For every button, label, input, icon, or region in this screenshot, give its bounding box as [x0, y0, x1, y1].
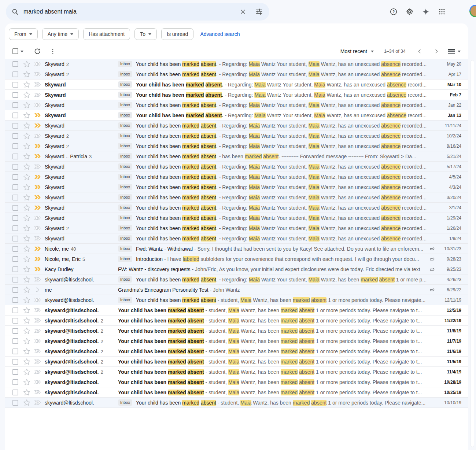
- email-row[interactable]: Skyward Inbox Your child has been marked…: [5, 100, 468, 110]
- email-row[interactable]: Skyward Inbox Your child has been marked…: [5, 213, 468, 223]
- email-row[interactable]: Skyward Inbox Your child has been marked…: [5, 80, 468, 90]
- importance-marker-icon[interactable]: [34, 328, 41, 333]
- star-icon[interactable]: [23, 399, 30, 406]
- gemini-icon[interactable]: [418, 4, 433, 19]
- star-icon[interactable]: [23, 266, 30, 273]
- filter-chip-anytime[interactable]: Any time: [42, 28, 79, 40]
- row-checkbox[interactable]: [12, 359, 18, 365]
- importance-marker-icon[interactable]: [34, 287, 41, 292]
- row-checkbox[interactable]: [12, 154, 18, 159]
- email-row[interactable]: Skyward Inbox Your child has been marked…: [5, 121, 468, 131]
- importance-marker-icon[interactable]: [34, 195, 41, 200]
- importance-marker-icon[interactable]: [34, 154, 41, 159]
- star-icon[interactable]: [23, 255, 30, 263]
- split-pane-toggle[interactable]: [447, 48, 462, 54]
- importance-marker-icon[interactable]: [34, 103, 41, 107]
- importance-marker-icon[interactable]: [34, 205, 41, 210]
- email-row[interactable]: skyward@ltisdschool.2 Your child has bee…: [5, 326, 468, 336]
- star-icon[interactable]: [23, 358, 30, 365]
- star-icon[interactable]: [23, 245, 30, 252]
- star-icon[interactable]: [23, 368, 30, 376]
- apps-icon[interactable]: [435, 4, 449, 19]
- row-checkbox[interactable]: [12, 195, 18, 200]
- tune-icon[interactable]: [253, 6, 265, 18]
- star-icon[interactable]: [23, 307, 30, 314]
- email-row[interactable]: skyward@ltisdschool. Your child has been…: [5, 377, 468, 387]
- email-row[interactable]: Skyward Inbox Your child has been marked…: [5, 182, 468, 192]
- email-row[interactable]: skyward@ltisdschool. Your child has been…: [5, 305, 468, 316]
- row-checkbox[interactable]: [12, 246, 18, 252]
- star-icon[interactable]: [23, 286, 30, 294]
- email-row[interactable]: Skyward Inbox Your child has been marked…: [5, 203, 468, 213]
- importance-marker-icon[interactable]: [34, 298, 41, 302]
- row-checkbox[interactable]: [12, 266, 18, 272]
- row-checkbox[interactable]: [12, 318, 18, 324]
- star-icon[interactable]: [23, 276, 30, 283]
- filter-chip-is-unread[interactable]: Is unread: [161, 28, 193, 40]
- more-options-icon[interactable]: [46, 45, 59, 58]
- star-icon[interactable]: [23, 173, 30, 181]
- star-icon[interactable]: [23, 235, 30, 242]
- search-bar[interactable]: [6, 3, 269, 21]
- star-icon[interactable]: [23, 102, 30, 109]
- importance-marker-icon[interactable]: [34, 359, 41, 364]
- importance-marker-icon[interactable]: [34, 215, 41, 220]
- email-row[interactable]: Nicole, me40 Inbox Fwd: Wantz - Withdraw…: [5, 244, 468, 254]
- row-checkbox[interactable]: [12, 102, 18, 108]
- email-row[interactable]: Skyward2 Inbox Your child has been marke…: [5, 223, 468, 233]
- row-checkbox[interactable]: [12, 390, 18, 395]
- row-checkbox[interactable]: [12, 225, 18, 231]
- importance-marker-icon[interactable]: [34, 318, 41, 323]
- filter-chip-from[interactable]: From: [9, 28, 38, 40]
- email-row[interactable]: skyward@ltisdschool. Inbox Your child ha…: [5, 398, 468, 408]
- importance-marker-icon[interactable]: [34, 123, 41, 128]
- importance-marker-icon[interactable]: [34, 339, 41, 343]
- star-icon[interactable]: [23, 122, 30, 129]
- row-checkbox[interactable]: [12, 174, 18, 180]
- star-icon[interactable]: [23, 348, 30, 355]
- importance-marker-icon[interactable]: [34, 164, 41, 169]
- importance-marker-icon[interactable]: [34, 72, 41, 77]
- email-row[interactable]: Skyward2 Inbox Your child has been marke…: [5, 131, 468, 141]
- importance-marker-icon[interactable]: [34, 349, 41, 354]
- star-icon[interactable]: [23, 184, 30, 191]
- row-checkbox[interactable]: [12, 61, 18, 67]
- importance-marker-icon[interactable]: [34, 113, 41, 118]
- search-icon[interactable]: [11, 8, 19, 15]
- email-row[interactable]: Nicole, me, Eric5 Inbox Introduction - I…: [5, 254, 468, 264]
- row-checkbox[interactable]: [12, 215, 18, 221]
- email-row[interactable]: Skyward2 Inbox Your child has been marke…: [5, 141, 468, 151]
- email-row[interactable]: Skyward Inbox Your child has been marked…: [5, 233, 468, 244]
- row-checkbox[interactable]: [12, 205, 18, 211]
- row-checkbox[interactable]: [12, 338, 18, 344]
- filter-chip-to[interactable]: To: [134, 28, 157, 40]
- importance-marker-icon[interactable]: [34, 369, 41, 374]
- row-checkbox[interactable]: [12, 400, 18, 406]
- importance-marker-icon[interactable]: [34, 400, 41, 405]
- row-checkbox[interactable]: [12, 164, 18, 170]
- select-all-checkbox[interactable]: [12, 48, 18, 54]
- importance-marker-icon[interactable]: [34, 62, 41, 66]
- email-row[interactable]: Skyward Inbox Your child has been marked…: [5, 162, 468, 172]
- scrollbar-track[interactable]: [468, 23, 476, 450]
- star-icon[interactable]: [23, 204, 30, 211]
- star-icon[interactable]: [23, 214, 30, 222]
- row-checkbox[interactable]: [12, 307, 18, 313]
- email-row[interactable]: skyward@ltisdschool. Your child has been…: [5, 387, 468, 398]
- email-row[interactable]: skyward@ltisdschool. Inbox Your child ha…: [5, 274, 468, 285]
- star-icon[interactable]: [23, 317, 30, 324]
- email-row[interactable]: Skyward Inbox Your child has been marked…: [5, 192, 468, 203]
- importance-marker-icon[interactable]: [34, 390, 41, 395]
- importance-marker-icon[interactable]: [34, 92, 41, 97]
- importance-marker-icon[interactable]: [34, 133, 41, 138]
- advanced-search-link[interactable]: Advanced search: [200, 31, 240, 37]
- star-icon[interactable]: [23, 327, 30, 335]
- importance-marker-icon[interactable]: [34, 308, 41, 313]
- email-row[interactable]: skyward@ltisdschool.2 Your child has bee…: [5, 346, 468, 357]
- row-checkbox[interactable]: [12, 184, 18, 190]
- star-icon[interactable]: [23, 379, 30, 386]
- row-checkbox[interactable]: [12, 369, 18, 375]
- star-icon[interactable]: [23, 194, 30, 201]
- row-checkbox[interactable]: [12, 297, 18, 303]
- row-checkbox[interactable]: [12, 277, 18, 283]
